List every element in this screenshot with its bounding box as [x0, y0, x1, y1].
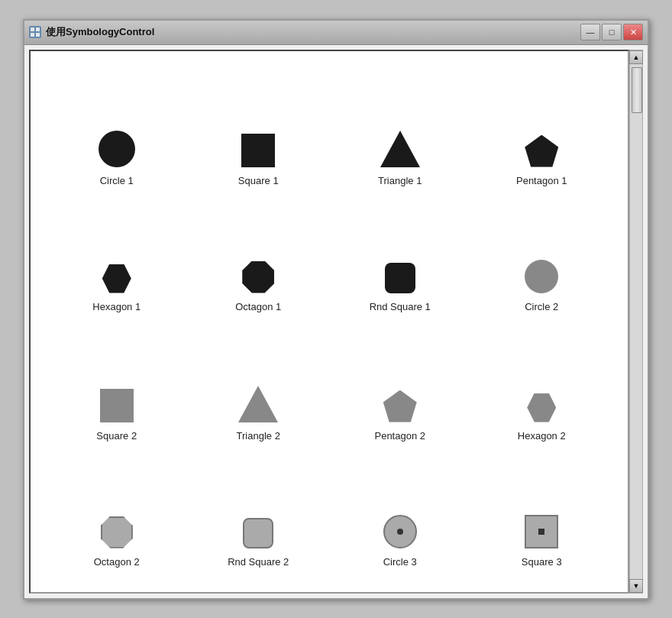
- shape-label-rnd-square-2: Rnd Square 2: [228, 556, 289, 568]
- shape-square-3: [525, 515, 558, 548]
- shape-triangle-1: [380, 131, 420, 167]
- shape-inner-circle-3: [397, 529, 403, 535]
- svg-rect-0: [31, 28, 34, 31]
- grid-item-square-2[interactable]: Square 2: [46, 322, 188, 451]
- shape-hexagon-2: [527, 393, 556, 422]
- shape-label-triangle-1: Triangle 1: [378, 175, 422, 186]
- shape-square-1: [241, 134, 275, 167]
- shape-label-pentagon-2: Pentagon 2: [374, 430, 425, 442]
- title-bar: 使用SymbologyControl — □ ✕: [24, 21, 648, 45]
- grid-item-pentagon-2[interactable]: Pentagon 2: [329, 322, 471, 451]
- grid-item-circle-1[interactable]: Circle 1: [46, 66, 188, 196]
- shape-pentagon-2: [383, 390, 417, 422]
- close-button[interactable]: ✕: [623, 24, 643, 40]
- scroll-thumb[interactable]: [632, 67, 642, 113]
- shape-label-square-3: Square 3: [522, 556, 562, 568]
- shape-label-triangle-2: Triangle 2: [237, 430, 280, 442]
- grid-item-rnd-square-2[interactable]: Rnd Square 2: [188, 451, 330, 577]
- shape-rnd-square-1: [385, 263, 415, 293]
- grid-item-circle-3[interactable]: Circle 3: [329, 451, 471, 577]
- shape-octagon-1: [242, 261, 274, 293]
- scroll-track[interactable]: [630, 64, 642, 579]
- svg-rect-1: [36, 28, 40, 31]
- shape-label-rnd-square-1: Rnd Square 1: [370, 301, 431, 312]
- grid-item-octagon-2[interactable]: Octagon 2: [46, 451, 188, 577]
- grid-item-square-3[interactable]: Square 3: [471, 451, 613, 577]
- shape-hexagon-1: [102, 264, 131, 293]
- grid-item-octagon-1[interactable]: Octagon 1: [188, 196, 330, 322]
- shape-square-2: [100, 389, 134, 422]
- grid-item-triangle-2[interactable]: Triangle 2: [188, 322, 330, 451]
- scroll-up-button[interactable]: ▲: [629, 50, 643, 64]
- shape-circle-2: [525, 260, 558, 293]
- window-controls: — □ ✕: [580, 24, 643, 40]
- shape-triangle-2: [238, 386, 278, 422]
- grid-item-hexagon-1[interactable]: Hexagon 1: [46, 196, 188, 322]
- grid-item-pentagon-1[interactable]: Pentagon 1: [471, 66, 613, 196]
- svg-rect-2: [31, 33, 34, 37]
- shape-label-circle-2: Circle 2: [525, 301, 558, 312]
- grid-item-triangle-1[interactable]: Triangle 1: [329, 66, 471, 196]
- shape-label-hexagon-2: Hexagon 2: [518, 430, 566, 442]
- content-area: Circle 1Square 1Triangle 1Pentagon 1Hexa…: [29, 50, 629, 594]
- shape-circle-3: [383, 515, 417, 548]
- main-window: 使用SymbologyControl — □ ✕ Circle 1Square …: [23, 19, 649, 600]
- app-icon: [29, 26, 41, 38]
- maximize-button[interactable]: □: [602, 24, 622, 40]
- shape-label-octagon-1: Octagon 1: [235, 301, 281, 312]
- shape-label-square-2: Square 2: [96, 430, 137, 442]
- grid-item-circle-2[interactable]: Circle 2: [471, 196, 613, 322]
- shape-label-square-1: Square 1: [238, 175, 279, 186]
- grid-item-rnd-square-1[interactable]: Rnd Square 1: [329, 196, 471, 322]
- svg-rect-3: [36, 33, 40, 37]
- shape-rnd-square-2: [243, 518, 273, 548]
- shape-inner-square-3: [538, 529, 544, 535]
- shape-pentagon-1: [525, 135, 558, 167]
- shape-label-circle-3: Circle 3: [383, 556, 417, 568]
- minimize-button[interactable]: —: [580, 24, 600, 40]
- grid-item-hexagon-2[interactable]: Hexagon 2: [471, 322, 613, 451]
- scrollbar[interactable]: ▲ ▼: [629, 50, 643, 594]
- grid-item-square-1[interactable]: Square 1: [188, 66, 330, 196]
- window-body: Circle 1Square 1Triangle 1Pentagon 1Hexa…: [24, 45, 648, 598]
- shape-label-octagon-2: Octagon 2: [94, 556, 140, 568]
- scroll-down-button[interactable]: ▼: [629, 579, 643, 593]
- shape-octagon-2: [101, 516, 133, 548]
- window-title: 使用SymbologyControl: [46, 25, 580, 39]
- shape-label-pentagon-1: Pentagon 1: [516, 175, 567, 186]
- shape-label-circle-1: Circle 1: [100, 175, 134, 186]
- shape-circle-1: [99, 131, 135, 167]
- shape-label-hexagon-1: Hexagon 1: [92, 301, 141, 312]
- shape-grid: Circle 1Square 1Triangle 1Pentagon 1Hexa…: [31, 51, 628, 592]
